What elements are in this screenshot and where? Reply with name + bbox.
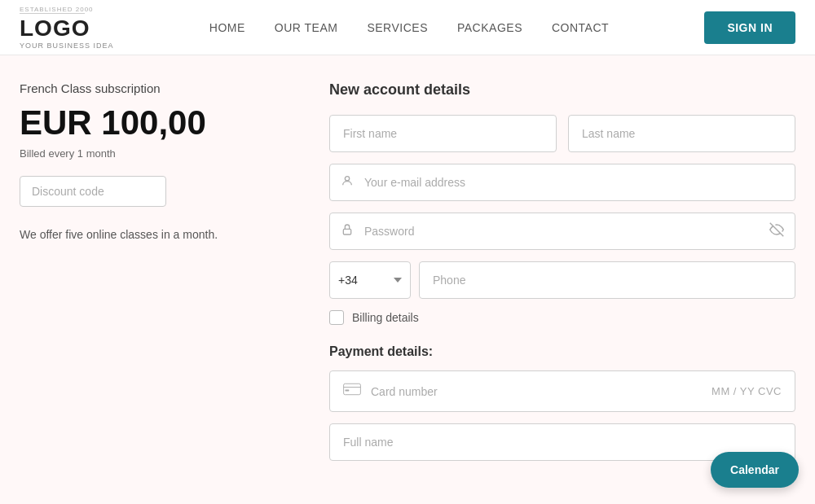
- eye-off-icon[interactable]: [769, 222, 784, 240]
- section-title: New account details: [329, 81, 795, 99]
- billing-label[interactable]: Billing details: [352, 311, 419, 324]
- navigation: ESTABLISHED 2000 LOGO YOUR BUSINESS IDEA…: [0, 0, 815, 55]
- password-field: [329, 213, 795, 250]
- nav-item-our-team[interactable]: OUR TEAM: [275, 20, 338, 35]
- svg-rect-3: [344, 383, 361, 394]
- nav-link-home[interactable]: HOME: [209, 21, 245, 34]
- last-name-input[interactable]: [568, 115, 795, 152]
- signin-button[interactable]: SIGN IN: [704, 11, 795, 44]
- description-text: We offer five online classes in a month.: [20, 226, 280, 243]
- nav-item-home[interactable]: HOME: [209, 20, 245, 35]
- left-panel: French Class subscription EUR 100,00 Bil…: [20, 81, 297, 472]
- calendar-button[interactable]: Calendar: [711, 452, 799, 488]
- main-content: French Class subscription EUR 100,00 Bil…: [0, 55, 815, 498]
- country-code-select[interactable]: +34 +1 +44 +33 +49: [329, 261, 411, 299]
- nav-links: HOME OUR TEAM SERVICES PACKAGES CONTACT: [209, 20, 609, 35]
- first-name-field: [329, 115, 557, 152]
- lock-icon: [341, 223, 354, 239]
- nav-link-contact[interactable]: CONTACT: [552, 21, 609, 34]
- nav-item-packages[interactable]: PACKAGES: [457, 20, 522, 35]
- right-panel: New account details: [329, 81, 795, 472]
- logo-tagline: YOUR BUSINESS IDEA: [20, 42, 114, 50]
- password-row: [329, 213, 795, 250]
- discount-code-input[interactable]: [20, 176, 166, 207]
- phone-row: +34 +1 +44 +33 +49: [329, 261, 795, 299]
- logo-text: LOGO: [20, 15, 90, 42]
- billing-row: Billing details: [329, 310, 795, 325]
- billing-checkbox[interactable]: [329, 310, 344, 325]
- billing-cycle: Billed every 1 month: [20, 147, 280, 160]
- payment-title: Payment details:: [329, 344, 795, 359]
- card-number-placeholder: Card number: [371, 385, 702, 398]
- card-number-row: Card number MM / YY CVC: [329, 370, 795, 412]
- nav-item-services[interactable]: SERVICES: [367, 20, 428, 35]
- email-input[interactable]: [329, 164, 795, 201]
- logo: ESTABLISHED 2000 LOGO YOUR BUSINESS IDEA: [20, 6, 114, 50]
- subscription-title: French Class subscription: [20, 81, 280, 95]
- user-icon: [341, 174, 354, 191]
- nav-link-our-team[interactable]: OUR TEAM: [275, 21, 338, 34]
- first-name-input[interactable]: [329, 115, 557, 152]
- phone-input[interactable]: [419, 261, 795, 299]
- nav-link-packages[interactable]: PACKAGES: [457, 21, 522, 34]
- password-input[interactable]: [329, 213, 795, 250]
- name-row: [329, 115, 795, 152]
- svg-point-0: [345, 177, 349, 181]
- logo-established: ESTABLISHED 2000: [20, 6, 94, 13]
- svg-rect-1: [343, 229, 350, 234]
- email-row: [329, 164, 795, 201]
- nav-link-services[interactable]: SERVICES: [367, 21, 428, 34]
- nav-item-contact[interactable]: CONTACT: [552, 20, 609, 35]
- email-field: [329, 164, 795, 201]
- logo-divider: [20, 13, 85, 14]
- last-name-field: [568, 115, 795, 152]
- card-mm-cvc: MM / YY CVC: [711, 385, 782, 397]
- price: EUR 100,00: [20, 103, 280, 142]
- card-icon: [343, 383, 361, 400]
- svg-rect-5: [345, 390, 349, 392]
